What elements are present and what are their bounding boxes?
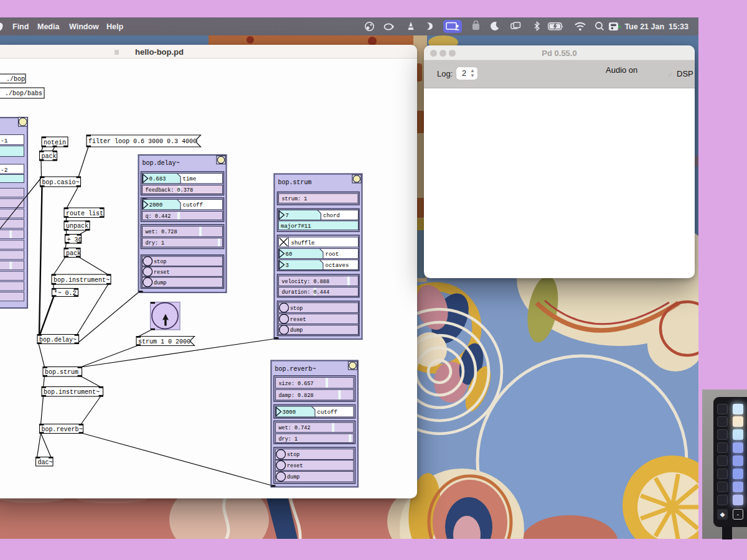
svg-text:feedback: 0.378: feedback: 0.378 [146, 187, 194, 194]
svg-text:strum 1 0 2000: strum 1 0 2000 [138, 338, 190, 345]
svg-text:stop: stop [290, 306, 303, 312]
svg-text:notein: notein [44, 139, 66, 146]
svg-text:major7#11: major7#11 [281, 223, 311, 230]
svg-text:pack: pack [42, 153, 57, 160]
svg-text:bop.reverb~: bop.reverb~ [42, 426, 83, 433]
svg-text:bop.strum: bop.strum [45, 369, 78, 376]
svg-text:./bop: ./bop [6, 76, 25, 83]
svg-text:-2: -2 [1, 167, 8, 174]
svg-text:3: 3 [286, 263, 289, 269]
svg-text:reset: reset [287, 463, 303, 469]
svg-text:60: 60 [286, 251, 293, 258]
svg-text:time: time [183, 176, 197, 182]
svg-text:dry: 1: dry: 1 [279, 436, 298, 442]
svg-text:velocity: 0.888: velocity: 0.888 [282, 279, 330, 285]
svg-text:pack: pack [66, 250, 81, 257]
svg-text:./bop/babs: ./bop/babs [5, 90, 42, 97]
svg-text:dump: dump [154, 280, 166, 286]
svg-text:stop: stop [154, 259, 166, 265]
svg-text:-1: -1 [1, 138, 8, 144]
svg-text:2000: 2000 [149, 202, 163, 208]
svg-text:dry: 1: dry: 1 [146, 240, 165, 246]
svg-text:q: 0.442: q: 0.442 [146, 213, 171, 220]
svg-text:duration: 0.444: duration: 0.444 [282, 289, 330, 296]
svg-text:bop.casio~: bop.casio~ [42, 179, 80, 186]
svg-text:root: root [326, 251, 339, 258]
svg-text:7: 7 [286, 213, 289, 219]
svg-text:3000: 3000 [283, 409, 296, 416]
svg-text:bop.instrument~: bop.instrument~ [44, 389, 100, 396]
svg-text:bop.delay~: bop.delay~ [39, 337, 77, 343]
svg-text:*~ 0.2: *~ 0.2 [54, 290, 77, 297]
svg-text:filter loop 0.6 3000 0.3 4000: filter loop 0.6 3000 0.3 4000 [88, 138, 197, 145]
svg-text:unpack: unpack [66, 223, 88, 230]
svg-text:size: 0.657: size: 0.657 [279, 381, 314, 387]
svg-text:dump: dump [290, 327, 303, 334]
svg-text:bop.strum: bop.strum [278, 179, 312, 186]
svg-text:0.683: 0.683 [149, 176, 166, 182]
svg-text:stop: stop [287, 452, 299, 458]
svg-text:bop.reverb~: bop.reverb~ [275, 366, 316, 373]
svg-text:bop.delay~: bop.delay~ [143, 160, 180, 167]
svg-text:cutoff: cutoff [183, 202, 203, 208]
svg-text:shuffle: shuffle [291, 240, 315, 246]
svg-text:chord: chord [323, 213, 340, 219]
svg-text:route list: route list [66, 210, 103, 217]
svg-text:strum: 1: strum: 1 [282, 196, 308, 202]
svg-text:cutoff: cutoff [317, 409, 337, 416]
svg-text:reset: reset [290, 317, 306, 323]
svg-text:wet: 0.742: wet: 0.742 [279, 425, 311, 431]
svg-text:damp: 0.828: damp: 0.828 [279, 393, 314, 399]
svg-text:reset: reset [154, 269, 170, 276]
svg-text:octaves: octaves [326, 263, 349, 269]
svg-text:dump: dump [287, 474, 299, 480]
svg-text:dac~: dac~ [38, 459, 53, 466]
svg-text:bop.instrument~: bop.instrument~ [54, 277, 110, 284]
svg-text:wet: 0.728: wet: 0.728 [146, 229, 177, 235]
